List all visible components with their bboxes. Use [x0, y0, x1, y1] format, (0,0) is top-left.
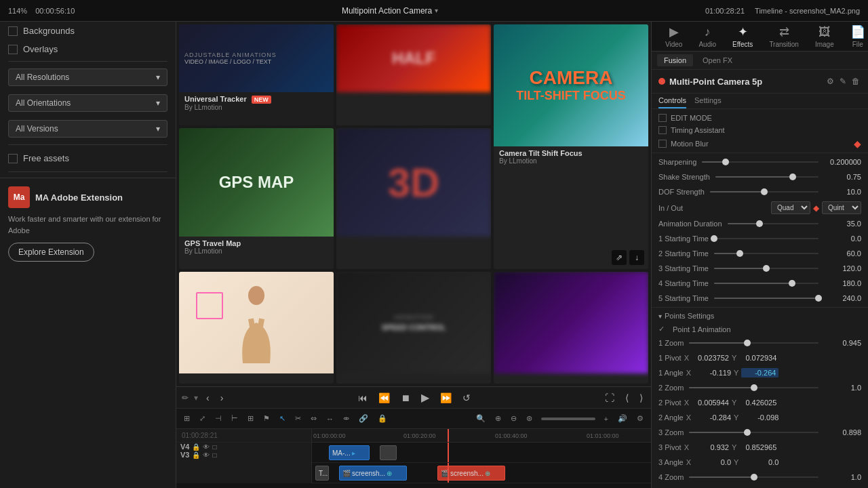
st4-thumb[interactable] [789, 280, 795, 287]
st3-thumb[interactable] [763, 265, 770, 272]
v3-clip-screenshot1[interactable]: 🎬 screensh... ⊕ [339, 466, 407, 481]
ripple-btn[interactable]: ⇔ [307, 412, 320, 425]
asset-card-purple[interactable] [494, 272, 648, 384]
all-orientations-dropdown[interactable]: All Orientations ▾ [8, 94, 167, 112]
points-settings-header[interactable]: ▾ Points Settings [652, 309, 868, 323]
panel-tab-transition[interactable]: ⇄ Transition [761, 22, 807, 51]
next-clip-btn[interactable]: ⟩ [637, 391, 646, 405]
asset-card-person[interactable] [179, 272, 334, 384]
v4-clip-ma[interactable]: MA-... ▸ [329, 445, 370, 460]
effect-delete-btn[interactable]: 🗑 [850, 75, 861, 87]
camera-share-btn[interactable]: ⇗ [612, 250, 627, 265]
all-resolutions-dropdown[interactable]: All Resolutions ▾ [8, 68, 167, 86]
overlays-checkbox[interactable] [8, 45, 18, 54]
zoom2-thumb[interactable] [751, 384, 757, 391]
title-dropdown-icon[interactable]: ▾ [435, 7, 438, 14]
v4-clip-gray[interactable] [380, 445, 397, 460]
razor-btn[interactable]: ✂ [292, 412, 304, 425]
out-select[interactable]: Quint Quad Linear [822, 201, 861, 214]
zoom1-thumb[interactable] [744, 340, 751, 346]
st2-slider[interactable] [714, 253, 818, 254]
sub-tab-openfx[interactable]: Open FX [696, 54, 739, 66]
asset-card-camera-tilt[interactable]: CAMERA TILT-SHIFT FOCUS Camera Tilt Shif… [494, 24, 648, 269]
asset-card-gps[interactable]: GPS MAP GPS Travel Map By LLmotion [179, 128, 334, 269]
select-tool-btn[interactable]: ↖ [276, 412, 289, 425]
free-assets-row[interactable]: Free assets [0, 148, 176, 169]
ctrl-tab-settings[interactable]: Settings [694, 94, 722, 108]
anim-duration-slider[interactable] [728, 223, 818, 224]
sharpening-thumb[interactable] [722, 159, 729, 165]
sub-tab-fusion[interactable]: Fusion [657, 54, 693, 66]
v3-clip-t[interactable]: T... [315, 466, 329, 481]
zoom-out-btn[interactable]: ⊖ [507, 412, 520, 425]
flag-btn[interactable]: ⚑ [260, 412, 273, 425]
plus-btn[interactable]: + [601, 413, 612, 425]
prev-clip-btn[interactable]: ⟨ [623, 391, 631, 405]
panel-tab-image[interactable]: 🖼 Image [807, 22, 842, 51]
edit-mode-checkbox[interactable] [658, 114, 667, 122]
insert-btn[interactable]: ⊣ [212, 412, 225, 425]
in-select[interactable]: Quad Linear Cubic [771, 201, 810, 214]
effect-settings-btn[interactable]: ⚙ [825, 75, 835, 87]
zoom-in-btn[interactable]: ⊕ [492, 412, 505, 425]
zoom3-thumb[interactable] [744, 429, 751, 436]
st1-slider[interactable] [714, 238, 818, 239]
slip-btn[interactable]: ⤄ [340, 412, 353, 425]
shake-thumb[interactable] [789, 174, 796, 180]
asset-card-universal-tracker[interactable]: ADJUSTABLE ANIMATIONS VIDEO / IMAGE / LO… [179, 24, 334, 125]
dof-thumb[interactable] [761, 188, 768, 195]
sidebar-item-backgrounds[interactable]: Backgrounds [0, 22, 176, 40]
zoom2-slider[interactable] [689, 387, 818, 388]
snap-btn[interactable]: 🔒 [374, 412, 391, 425]
zoom4-thumb[interactable] [751, 474, 757, 481]
roll-btn[interactable]: ↔ [323, 413, 337, 425]
effect-edit-btn[interactable]: ✎ [838, 75, 848, 87]
settings-btn[interactable]: ⚙ [633, 412, 647, 425]
transform-btn[interactable]: ⤢ [196, 412, 209, 425]
grid-btn[interactable]: ⊞ [244, 412, 257, 425]
fullscreen-btn[interactable]: ⛶ [602, 391, 617, 405]
sidebar-item-overlays[interactable]: Overlays [0, 40, 176, 58]
nav-right-btn[interactable]: › [218, 391, 226, 405]
sharpening-slider[interactable] [702, 161, 818, 163]
overwrite-btn[interactable]: ⊢ [228, 412, 241, 425]
zoom4-slider[interactable] [689, 476, 818, 478]
panel-tab-audio[interactable]: ♪ Audio [690, 22, 724, 51]
st1-thumb[interactable] [711, 235, 717, 242]
prev-frame-btn[interactable]: ⏪ [376, 391, 393, 405]
st3-slider[interactable] [714, 268, 818, 269]
nav-left-btn[interactable]: ‹ [203, 391, 212, 405]
dof-strength-slider[interactable] [710, 191, 818, 192]
explore-extension-button[interactable]: Explore Extension [8, 243, 94, 262]
anim-duration-thumb[interactable] [756, 220, 763, 227]
timing-assistant-checkbox[interactable] [658, 126, 667, 134]
all-versions-dropdown[interactable]: All Versions ▾ [8, 120, 167, 138]
motion-blur-checkbox[interactable] [658, 140, 667, 148]
panel-tab-file[interactable]: 📄 File [842, 22, 868, 51]
shake-strength-slider[interactable] [715, 176, 818, 178]
st2-thumb[interactable] [736, 250, 743, 257]
free-assets-checkbox[interactable] [8, 154, 18, 163]
skip-forward-btn[interactable]: ⏩ [437, 391, 454, 405]
skip-back-btn[interactable]: ⏮ [355, 391, 370, 405]
stop-btn[interactable]: ⏹ [398, 391, 413, 405]
zoom-slider[interactable] [541, 418, 595, 420]
fit-btn[interactable]: ⊛ [523, 412, 536, 425]
loop-btn[interactable]: ↺ [460, 391, 473, 405]
backgrounds-checkbox[interactable] [8, 26, 18, 36]
edit-dropdown-icon[interactable]: ▾ [194, 393, 198, 403]
st4-slider[interactable] [714, 283, 818, 284]
zoom3-slider[interactable] [689, 432, 818, 433]
play-btn[interactable]: ▶ [418, 390, 432, 405]
zoom1-slider[interactable] [689, 342, 818, 344]
asset-card-anim-speed[interactable]: ANIMATION SPEED CONTROL [336, 272, 491, 384]
ctrl-tab-controls[interactable]: Controls [658, 94, 686, 108]
st5-thumb[interactable] [815, 295, 822, 302]
zoom-timeline-btn[interactable]: 🔍 [473, 412, 489, 425]
panel-tab-effects[interactable]: ✦ Effects [724, 22, 761, 51]
panel-tab-video[interactable]: ▶ Video [657, 22, 690, 51]
asset-card-3d[interactable]: 3D [336, 128, 491, 269]
camera-download-btn[interactable]: ↓ [629, 250, 644, 265]
asset-card-half[interactable]: HALF [336, 24, 491, 125]
link-btn[interactable]: 🔗 [355, 412, 372, 425]
